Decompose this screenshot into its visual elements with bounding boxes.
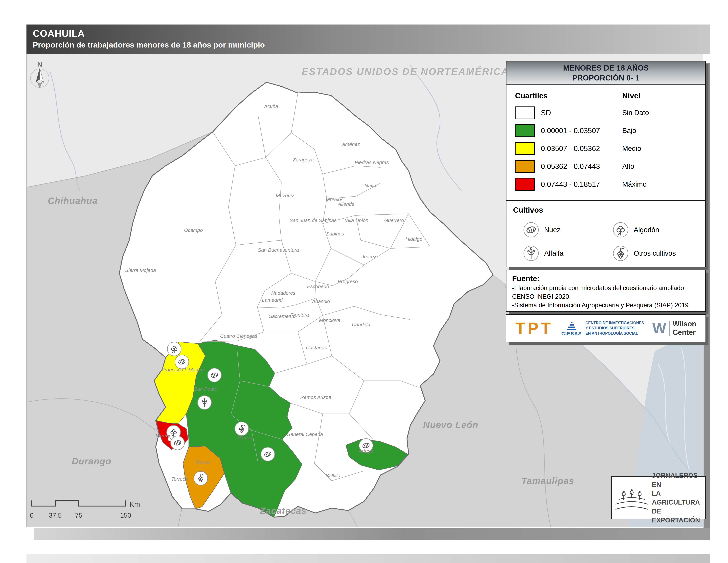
map-shadow-bottom bbox=[34, 528, 710, 540]
municipality-label: San Juan de Sabinas bbox=[290, 217, 337, 223]
municipality-label: Allende bbox=[338, 201, 354, 207]
municipality-label: Monclova bbox=[319, 318, 340, 323]
municipality-label: Torreón bbox=[171, 476, 188, 482]
municipality-label: Abasolo bbox=[312, 299, 330, 304]
legend-level-label: Alto bbox=[622, 162, 634, 170]
municipality-label: Hidalgo bbox=[406, 236, 422, 242]
legend-panel: MENORES DE 18 AÑOS PROPORCIÓN 0- 1 Cuart… bbox=[506, 61, 706, 201]
municipality-label: Villa Unión bbox=[345, 217, 368, 223]
municipality-label: Ocampo bbox=[184, 227, 203, 233]
cultivo-label: Algodón bbox=[634, 226, 659, 234]
neighbor-region-label: Zacatecas bbox=[260, 506, 307, 516]
jornaleros-text-line: JORNALEROS EN bbox=[652, 471, 703, 489]
alfalfa-icon bbox=[198, 396, 211, 410]
wilson-center-logo: W WilsonCenter bbox=[652, 320, 696, 337]
legend-range-label: SD bbox=[541, 109, 622, 117]
municipality-label: Torreón bbox=[155, 433, 172, 438]
legend-title: MENORES DE 18 AÑOS PROPORCIÓN 0- 1 bbox=[506, 61, 705, 85]
cultivo-item: Alfalfa bbox=[523, 245, 613, 261]
nuez-icon bbox=[261, 447, 275, 461]
municipality-label: Progreso bbox=[338, 279, 358, 284]
municipality-label: Frontera bbox=[290, 312, 309, 318]
municipality-label: Castaños bbox=[306, 345, 327, 351]
municipality-label: Zaragoza bbox=[293, 157, 314, 162]
ciesas-pyramid-icon bbox=[566, 320, 578, 331]
legend-row: 0.00001 - 0.03507Bajo bbox=[506, 124, 705, 137]
logos-panel: TPT CIESAS CENTRO DE INVESTIGACIONESY ES… bbox=[506, 314, 706, 342]
neighbor-region-label: Chihuahua bbox=[48, 195, 98, 206]
municipality-label: Guerrero bbox=[384, 217, 404, 223]
jornaleros-text-line: LA AGRICULTURA bbox=[652, 489, 703, 507]
cultivo-label: Nuez bbox=[544, 226, 560, 234]
fuente-panel: Fuente: -Elaboración propia con microdat… bbox=[506, 270, 706, 312]
jornaleros-text: JORNALEROS ENLA AGRICULTURADE EXPORTACIÓ… bbox=[652, 471, 703, 525]
cultivo-item: Algodón bbox=[613, 222, 702, 238]
legend-row: 0.03507 - 0.05362Medio bbox=[506, 142, 705, 155]
municipality-label: San Buenaventura bbox=[258, 247, 299, 253]
cultivo-item: Otros cultivos bbox=[613, 245, 702, 261]
page-title: COAHUILA bbox=[33, 28, 710, 39]
legend-row: 0.07443 - 0.18517Máximo bbox=[506, 178, 705, 190]
legend-title-line2: PROPORCIÓN 0- 1 bbox=[572, 73, 639, 83]
municipality-label: Artega bbox=[358, 448, 373, 454]
municipality-label: Sabinas bbox=[326, 231, 344, 236]
field-sprouts-icon bbox=[614, 479, 649, 516]
municipality-label: Viesca bbox=[195, 459, 210, 465]
legend-range-label: 0.00001 - 0.03507 bbox=[541, 126, 622, 135]
legend-range-label: 0.07443 - 0.18517 bbox=[541, 180, 622, 188]
municipality-label: Lamadrid bbox=[262, 297, 283, 303]
legend-color-swatch bbox=[515, 142, 535, 155]
wilson-divider bbox=[669, 321, 670, 336]
legend-color-swatch bbox=[515, 178, 535, 190]
legend-level-label: Bajo bbox=[622, 127, 636, 135]
wilson-text-line: Wilson bbox=[673, 320, 696, 328]
wilson-monogram-icon: W bbox=[652, 320, 666, 337]
ciesas-text-line: CENTRO DE INVESTIGACIONES bbox=[585, 321, 644, 326]
ciesas-text-line: Y ESTUDIOS SUPERIORES bbox=[585, 326, 644, 331]
otros-cultivos-icon bbox=[235, 422, 249, 436]
municipality-label: Candela bbox=[352, 322, 370, 327]
legend-rows: SDSin Dato0.00001 - 0.03507Bajo0.03507 -… bbox=[506, 106, 705, 190]
cultivos-grid: NuezAlgodónAlfalfaOtros cultivos bbox=[506, 214, 705, 261]
municipality-label: Juárez bbox=[361, 254, 376, 259]
neighbor-region-label: Nuevo León bbox=[423, 420, 478, 430]
scale-label-0: 0 bbox=[30, 512, 34, 519]
legend-level-label: Sin Dato bbox=[622, 109, 649, 117]
nuez-icon bbox=[175, 355, 189, 369]
legend-row: 0.05362 - 0.07443Alto bbox=[506, 160, 705, 173]
municipality-label: Ramos Arizpe bbox=[300, 395, 331, 400]
municipality-label: Francisco I. Madero bbox=[162, 367, 205, 373]
cultivos-panel: Cultivos NuezAlgodónAlfalfaOtros cultivo… bbox=[506, 201, 706, 267]
municipality-label: San Pedro bbox=[194, 386, 217, 392]
ciesas-logo: CIESAS CENTRO DE INVESTIGACIONESY ESTUDI… bbox=[561, 320, 644, 337]
legend-range-label: 0.05362 - 0.07443 bbox=[541, 162, 622, 170]
alfalfa-icon bbox=[523, 245, 539, 261]
neighbor-region-label: ESTADOS UNIDOS DE NORTEAMÉRICA bbox=[302, 66, 509, 77]
municipality-label: Jiménez bbox=[341, 141, 360, 147]
legend-range-label: 0.03507 - 0.05362 bbox=[541, 144, 622, 153]
nuez-icon bbox=[523, 222, 539, 238]
page-bottom-bar bbox=[26, 554, 710, 563]
fuente-lines: -Elaboración propia con microdatos del c… bbox=[506, 285, 705, 309]
cultivo-label: Alfalfa bbox=[544, 249, 564, 257]
municipality-label: Parras bbox=[237, 435, 252, 440]
scale-label-75: 75 bbox=[75, 512, 82, 519]
legend-color-swatch bbox=[515, 160, 535, 173]
legend-col-cuartiles: Cuartiles bbox=[515, 91, 622, 100]
scale-label-37-5: 37.5 bbox=[49, 512, 62, 519]
legend-column-headers: Cuartiles Nivel bbox=[506, 85, 705, 101]
ciesas-text-line: EN ANTROPOLOGÍA SOCIAL bbox=[585, 331, 644, 336]
otros-cultivos-icon bbox=[194, 471, 208, 485]
legend-level-label: Máximo bbox=[622, 180, 647, 188]
fuente-line: CENSO INEGI 2020. bbox=[506, 293, 705, 300]
nuez-icon bbox=[171, 436, 184, 450]
fuente-title: Fuente: bbox=[506, 270, 705, 283]
municipality-label: Acuña bbox=[264, 103, 278, 109]
municipality-label: Nadadores bbox=[271, 290, 296, 296]
jornaleros-text-line: DE EXPORTACIÓN bbox=[652, 507, 703, 525]
municipality-label: Piedras Negras bbox=[355, 160, 389, 165]
neighbor-region-label: Tamaulipas bbox=[521, 476, 574, 486]
municipality-label: Escobedo bbox=[307, 284, 329, 289]
page-subtitle: Proporción de trabajadores menores de 18… bbox=[33, 40, 710, 49]
scale-unit: Km bbox=[130, 500, 140, 508]
